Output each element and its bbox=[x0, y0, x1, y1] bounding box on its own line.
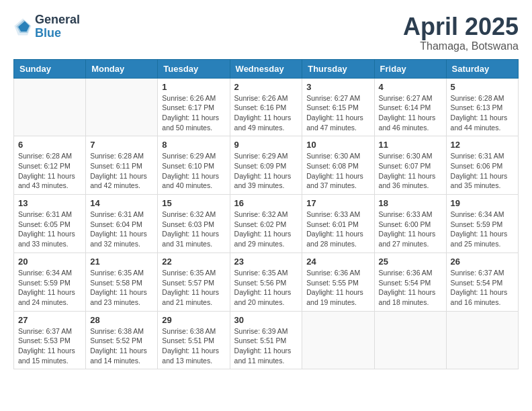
day-info: Sunrise: 6:27 AM Sunset: 6:15 PM Dayligh… bbox=[306, 93, 369, 133]
calendar-cell: 6Sunrise: 6:28 AM Sunset: 6:12 PM Daylig… bbox=[14, 136, 86, 195]
weekday-header: Monday bbox=[86, 59, 158, 78]
day-info: Sunrise: 6:36 AM Sunset: 5:55 PM Dayligh… bbox=[306, 268, 369, 308]
day-info: Sunrise: 6:32 AM Sunset: 6:03 PM Dayligh… bbox=[162, 210, 225, 249]
day-number: 10 bbox=[306, 140, 369, 150]
day-info: Sunrise: 6:30 AM Sunset: 6:07 PM Dayligh… bbox=[379, 151, 442, 191]
day-info: Sunrise: 6:33 AM Sunset: 6:01 PM Dayligh… bbox=[306, 210, 369, 249]
calendar-cell: 18Sunrise: 6:33 AM Sunset: 6:00 PM Dayli… bbox=[374, 195, 446, 253]
day-info: Sunrise: 6:31 AM Sunset: 6:06 PM Dayligh… bbox=[451, 151, 514, 191]
day-info: Sunrise: 6:35 AM Sunset: 5:56 PM Dayligh… bbox=[234, 268, 298, 308]
day-number: 28 bbox=[90, 315, 153, 325]
day-info: Sunrise: 6:35 AM Sunset: 5:58 PM Dayligh… bbox=[90, 268, 153, 308]
day-info: Sunrise: 6:28 AM Sunset: 6:12 PM Dayligh… bbox=[18, 151, 81, 191]
calendar-cell: 1Sunrise: 6:26 AM Sunset: 6:17 PM Daylig… bbox=[158, 78, 230, 136]
week-row: 20Sunrise: 6:34 AM Sunset: 5:59 PM Dayli… bbox=[14, 253, 519, 311]
day-number: 9 bbox=[234, 140, 298, 150]
day-info: Sunrise: 6:26 AM Sunset: 6:16 PM Dayligh… bbox=[234, 93, 298, 133]
logo-text: General Blue bbox=[35, 13, 80, 40]
calendar-cell: 19Sunrise: 6:34 AM Sunset: 5:59 PM Dayli… bbox=[446, 195, 518, 253]
calendar-cell: 8Sunrise: 6:29 AM Sunset: 6:10 PM Daylig… bbox=[158, 136, 230, 195]
calendar-cell: 20Sunrise: 6:34 AM Sunset: 5:59 PM Dayli… bbox=[14, 253, 86, 311]
logo-blue-text: Blue bbox=[35, 27, 80, 40]
day-info: Sunrise: 6:34 AM Sunset: 5:59 PM Dayligh… bbox=[451, 210, 514, 249]
day-number: 17 bbox=[306, 198, 369, 208]
day-info: Sunrise: 6:28 AM Sunset: 6:13 PM Dayligh… bbox=[451, 93, 514, 133]
day-number: 18 bbox=[379, 198, 442, 208]
calendar-cell: 24Sunrise: 6:36 AM Sunset: 5:55 PM Dayli… bbox=[302, 253, 374, 311]
day-info: Sunrise: 6:35 AM Sunset: 5:57 PM Dayligh… bbox=[162, 268, 225, 308]
week-row: 6Sunrise: 6:28 AM Sunset: 6:12 PM Daylig… bbox=[14, 136, 519, 195]
day-number: 2 bbox=[234, 82, 298, 92]
day-info: Sunrise: 6:31 AM Sunset: 6:04 PM Dayligh… bbox=[90, 210, 153, 249]
logo-general-text: General bbox=[35, 13, 80, 27]
day-info: Sunrise: 6:31 AM Sunset: 6:05 PM Dayligh… bbox=[18, 210, 81, 249]
day-info: Sunrise: 6:28 AM Sunset: 6:11 PM Dayligh… bbox=[90, 151, 153, 191]
day-number: 11 bbox=[379, 140, 442, 150]
calendar-cell: 28Sunrise: 6:38 AM Sunset: 5:52 PM Dayli… bbox=[86, 311, 158, 369]
day-number: 8 bbox=[162, 140, 225, 150]
day-info: Sunrise: 6:33 AM Sunset: 6:00 PM Dayligh… bbox=[379, 210, 442, 249]
week-row: 27Sunrise: 6:37 AM Sunset: 5:53 PM Dayli… bbox=[14, 311, 519, 369]
calendar-cell: 25Sunrise: 6:36 AM Sunset: 5:54 PM Dayli… bbox=[374, 253, 446, 311]
calendar-cell: 12Sunrise: 6:31 AM Sunset: 6:06 PM Dayli… bbox=[446, 136, 518, 195]
calendar-cell: 5Sunrise: 6:28 AM Sunset: 6:13 PM Daylig… bbox=[446, 78, 518, 136]
day-number: 23 bbox=[234, 257, 298, 267]
week-row: 13Sunrise: 6:31 AM Sunset: 6:05 PM Dayli… bbox=[14, 195, 519, 253]
day-number: 4 bbox=[379, 82, 442, 92]
day-info: Sunrise: 6:38 AM Sunset: 5:51 PM Dayligh… bbox=[162, 326, 225, 366]
title-area: April 2025 Thamaga, Botswana bbox=[403, 13, 519, 52]
calendar-cell: 30Sunrise: 6:39 AM Sunset: 5:51 PM Dayli… bbox=[230, 311, 302, 369]
day-info: Sunrise: 6:32 AM Sunset: 6:02 PM Dayligh… bbox=[234, 210, 298, 249]
logo-icon bbox=[13, 17, 32, 36]
calendar-cell: 22Sunrise: 6:35 AM Sunset: 5:57 PM Dayli… bbox=[158, 253, 230, 311]
day-info: Sunrise: 6:29 AM Sunset: 6:10 PM Dayligh… bbox=[162, 151, 225, 191]
calendar-cell: 29Sunrise: 6:38 AM Sunset: 5:51 PM Dayli… bbox=[158, 311, 230, 369]
calendar-cell bbox=[14, 78, 86, 136]
day-number: 1 bbox=[162, 82, 225, 92]
calendar-cell: 7Sunrise: 6:28 AM Sunset: 6:11 PM Daylig… bbox=[86, 136, 158, 195]
day-number: 5 bbox=[451, 82, 514, 92]
calendar-cell: 16Sunrise: 6:32 AM Sunset: 6:02 PM Dayli… bbox=[230, 195, 302, 253]
weekday-header: Sunday bbox=[14, 59, 86, 78]
calendar-cell: 14Sunrise: 6:31 AM Sunset: 6:04 PM Dayli… bbox=[86, 195, 158, 253]
day-number: 26 bbox=[451, 257, 514, 267]
calendar-cell: 3Sunrise: 6:27 AM Sunset: 6:15 PM Daylig… bbox=[302, 78, 374, 136]
location: Thamaga, Botswana bbox=[403, 40, 519, 52]
day-number: 19 bbox=[451, 198, 514, 208]
calendar-cell bbox=[446, 311, 518, 369]
day-number: 25 bbox=[379, 257, 442, 267]
month-title: April 2025 bbox=[403, 13, 519, 40]
calendar-cell: 10Sunrise: 6:30 AM Sunset: 6:08 PM Dayli… bbox=[302, 136, 374, 195]
weekday-header: Tuesday bbox=[158, 59, 230, 78]
day-info: Sunrise: 6:27 AM Sunset: 6:14 PM Dayligh… bbox=[379, 93, 442, 133]
calendar-cell: 13Sunrise: 6:31 AM Sunset: 6:05 PM Dayli… bbox=[14, 195, 86, 253]
day-info: Sunrise: 6:36 AM Sunset: 5:54 PM Dayligh… bbox=[379, 268, 442, 308]
day-info: Sunrise: 6:34 AM Sunset: 5:59 PM Dayligh… bbox=[18, 268, 81, 308]
calendar-cell: 26Sunrise: 6:37 AM Sunset: 5:54 PM Dayli… bbox=[446, 253, 518, 311]
day-number: 27 bbox=[18, 315, 81, 325]
weekday-header-row: SundayMondayTuesdayWednesdayThursdayFrid… bbox=[14, 59, 519, 78]
day-number: 13 bbox=[18, 198, 81, 208]
logo: General Blue bbox=[13, 13, 80, 40]
page-header: General Blue April 2025 Thamaga, Botswan… bbox=[13, 13, 519, 52]
calendar-cell: 17Sunrise: 6:33 AM Sunset: 6:01 PM Dayli… bbox=[302, 195, 374, 253]
day-info: Sunrise: 6:39 AM Sunset: 5:51 PM Dayligh… bbox=[234, 326, 298, 366]
day-number: 30 bbox=[234, 315, 298, 325]
calendar-cell: 4Sunrise: 6:27 AM Sunset: 6:14 PM Daylig… bbox=[374, 78, 446, 136]
calendar-cell: 27Sunrise: 6:37 AM Sunset: 5:53 PM Dayli… bbox=[14, 311, 86, 369]
calendar-cell: 23Sunrise: 6:35 AM Sunset: 5:56 PM Dayli… bbox=[230, 253, 302, 311]
calendar-cell bbox=[302, 311, 374, 369]
calendar-cell: 15Sunrise: 6:32 AM Sunset: 6:03 PM Dayli… bbox=[158, 195, 230, 253]
day-info: Sunrise: 6:30 AM Sunset: 6:08 PM Dayligh… bbox=[306, 151, 369, 191]
calendar-cell: 2Sunrise: 6:26 AM Sunset: 6:16 PM Daylig… bbox=[230, 78, 302, 136]
day-number: 22 bbox=[162, 257, 225, 267]
day-info: Sunrise: 6:29 AM Sunset: 6:09 PM Dayligh… bbox=[234, 151, 298, 191]
calendar-cell: 9Sunrise: 6:29 AM Sunset: 6:09 PM Daylig… bbox=[230, 136, 302, 195]
calendar-cell bbox=[86, 78, 158, 136]
day-info: Sunrise: 6:37 AM Sunset: 5:54 PM Dayligh… bbox=[451, 268, 514, 308]
day-number: 15 bbox=[162, 198, 225, 208]
day-number: 7 bbox=[90, 140, 153, 150]
day-number: 16 bbox=[234, 198, 298, 208]
weekday-header: Thursday bbox=[302, 59, 374, 78]
day-number: 12 bbox=[451, 140, 514, 150]
